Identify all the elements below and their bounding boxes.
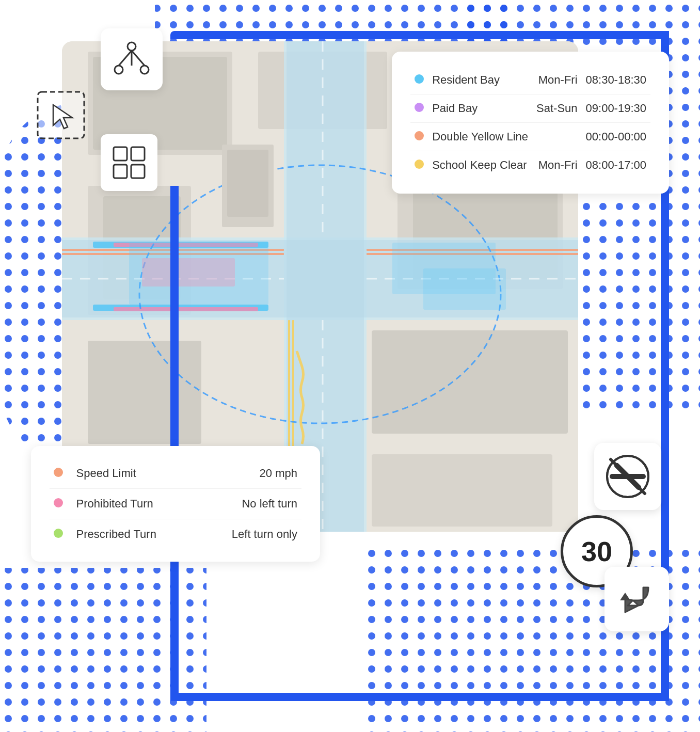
restriction-value: 20 mph	[185, 458, 301, 489]
restriction-dot	[415, 160, 424, 169]
restriction-value: Left turn only	[185, 519, 301, 550]
table-row: Prescribed Turn Left turn only	[50, 519, 301, 550]
cursor-select-icon-button[interactable]	[31, 85, 90, 145]
svg-rect-26	[114, 307, 258, 311]
table-row: Prohibited Turn No left turn	[50, 489, 301, 519]
blue-border-left	[170, 186, 179, 701]
blue-border-top	[170, 31, 669, 39]
restriction-label: Paid Bay	[428, 94, 532, 123]
restriction-time: 09:00-19:30	[582, 94, 650, 123]
restriction-label: Prohibited Turn	[72, 489, 186, 519]
svg-rect-54	[114, 165, 127, 178]
restriction-days: Mon-Fri	[532, 66, 582, 94]
info-card-bottom: Speed Limit 20 mph Prohibited Turn No le…	[31, 446, 320, 562]
restriction-value: No left turn	[185, 489, 301, 519]
restriction-dot	[415, 131, 424, 140]
restriction-dot	[54, 498, 63, 507]
svg-rect-13	[88, 341, 201, 444]
restriction-label: Double Yellow Line	[428, 123, 532, 151]
table-row: Speed Limit 20 mph	[50, 458, 301, 489]
restriction-days: Sat-Sun	[532, 94, 582, 123]
table-row: Double Yellow Line 00:00-00:00	[410, 123, 650, 151]
svg-point-44	[128, 42, 136, 51]
svg-rect-52	[114, 147, 127, 161]
svg-point-46	[140, 66, 149, 74]
restriction-dot	[415, 74, 424, 84]
table-row: Paid Bay Sat-Sun 09:00-19:30	[410, 94, 650, 123]
dot-cell	[50, 519, 72, 550]
restriction-label: Resident Bay	[428, 66, 532, 94]
network-icon-button[interactable]	[101, 28, 163, 90]
restriction-label: Speed Limit	[72, 458, 186, 489]
restriction-time: 08:00-17:00	[582, 151, 650, 180]
info-card-top: Resident Bay Mon-Fri 08:30-18:30 Paid Ba…	[392, 52, 669, 194]
speed-limit-value: 30	[581, 535, 612, 567]
restriction-dot	[54, 529, 63, 538]
restriction-label: Prescribed Turn	[72, 519, 186, 550]
svg-rect-43	[227, 150, 268, 217]
turn-sign	[604, 567, 669, 631]
dot-cell	[410, 123, 428, 151]
restriction-dot	[54, 468, 63, 477]
grid-view-icon-button[interactable]	[101, 134, 157, 191]
svg-rect-41	[142, 258, 235, 287]
restriction-dot	[415, 103, 424, 112]
table-row: School Keep Clear Mon-Fri 08:00-17:00	[410, 151, 650, 180]
svg-rect-17	[372, 330, 568, 434]
svg-rect-40	[423, 268, 506, 310]
restriction-time: 00:00-00:00	[582, 123, 650, 151]
svg-line-47	[119, 51, 132, 66]
no-entry-sign	[594, 443, 661, 510]
dot-cell	[410, 94, 428, 123]
blue-border-bottom-right	[263, 693, 669, 701]
restriction-table-bottom: Speed Limit 20 mph Prohibited Turn No le…	[50, 458, 301, 549]
svg-marker-61	[620, 593, 630, 600]
restriction-days: Mon-Fri	[532, 151, 582, 180]
svg-rect-53	[131, 147, 145, 161]
svg-rect-18	[372, 454, 552, 527]
restriction-time: 08:30-18:30	[582, 66, 650, 94]
dot-cell	[50, 489, 72, 519]
dot-cell	[410, 66, 428, 94]
restriction-days	[532, 123, 582, 151]
restriction-table-top: Resident Bay Mon-Fri 08:30-18:30 Paid Ba…	[410, 66, 650, 179]
dot-cell	[50, 458, 72, 489]
restriction-label: School Keep Clear	[428, 151, 532, 180]
svg-rect-55	[131, 165, 145, 178]
svg-point-45	[115, 66, 123, 74]
table-row: Resident Bay Mon-Fri 08:30-18:30	[410, 66, 650, 94]
dot-cell	[410, 151, 428, 180]
scene-container: Resident Bay Mon-Fri 08:30-18:30 Paid Ba…	[0, 0, 700, 732]
svg-line-48	[132, 51, 145, 66]
